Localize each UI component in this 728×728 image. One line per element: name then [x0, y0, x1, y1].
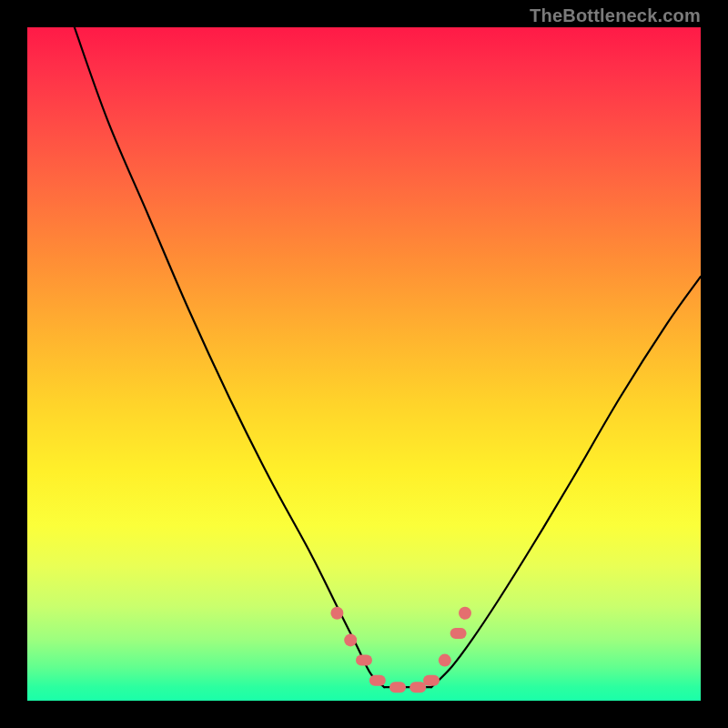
marker-pill [423, 675, 440, 686]
chart-frame: TheBottleneck.com [0, 0, 728, 728]
marker-dot [439, 654, 451, 667]
marker-pill [369, 675, 386, 686]
marker-pill [450, 628, 467, 639]
curve-group [75, 27, 701, 687]
marker-dot [330, 607, 343, 620]
marker-dot [459, 607, 471, 620]
marker-pill [356, 655, 372, 666]
attribution-text: TheBottleneck.com [530, 5, 701, 26]
curve-left-branch [75, 27, 384, 687]
chart-overlay-svg [27, 27, 701, 701]
marker-pill [410, 682, 426, 693]
marker-pill [389, 682, 406, 693]
marker-dot [344, 633, 357, 646]
curve-right-branch [431, 277, 701, 687]
marker-group [330, 607, 471, 693]
plot-area [27, 27, 701, 701]
